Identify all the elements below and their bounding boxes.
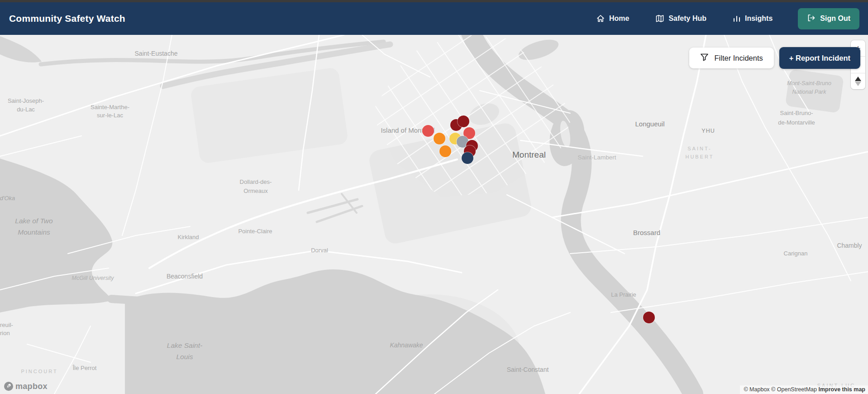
mapbox-logo-text: mapbox — [15, 382, 48, 391]
map-label: Lake Saint- — [167, 341, 202, 350]
map-label: Ormeaux — [243, 187, 267, 194]
sign-out-icon — [807, 14, 816, 24]
map-geography — [0, 35, 868, 394]
filter-incidents-button[interactable]: Filter Incidents — [689, 48, 773, 68]
attribution-improve-link[interactable]: Improve this map — [819, 386, 866, 393]
incident-marker[interactable] — [462, 152, 473, 164]
map-label: Sainte-Marthe- — [91, 104, 129, 111]
map-label: National Park — [792, 89, 826, 95]
map-label: Mountains — [18, 228, 50, 236]
map-label: HUBERT — [685, 154, 714, 159]
map-toolbar: Filter Incidents + Report Incident — [689, 48, 860, 69]
map-attribution: © Mapbox © OpenStreetMap Improve this ma… — [740, 385, 868, 394]
map-label: Saint-Eustache — [135, 50, 178, 57]
main-nav: Home Safety Hub Insights — [596, 8, 859, 29]
map-label: McGill University — [72, 275, 114, 281]
map-label: de-Montarville — [778, 119, 815, 126]
incident-marker[interactable] — [439, 145, 451, 157]
map-label: Kirkland — [178, 234, 199, 240]
map-label: Pointe-Claire — [238, 228, 272, 235]
home-icon — [596, 14, 605, 23]
map-label: Carignan — [784, 250, 808, 257]
nav-label-home: Home — [609, 14, 629, 23]
incident-marker[interactable] — [643, 312, 655, 323]
incident-marker[interactable] — [458, 115, 469, 127]
map-label: Beaconsfield — [167, 273, 203, 280]
nav-item-safety-hub[interactable]: Safety Hub — [655, 14, 706, 23]
filter-incidents-label: Filter Incidents — [714, 54, 763, 62]
nav-label-safety-hub: Safety Hub — [668, 14, 706, 23]
map-label: Saint-Joseph- — [8, 97, 44, 104]
report-incident-button[interactable]: + Report Incident — [779, 47, 860, 69]
funnel-icon — [700, 53, 709, 63]
sign-out-label: Sign Out — [820, 14, 850, 23]
map-label: Lake of Two — [15, 217, 52, 225]
window-top-strip — [0, 0, 868, 2]
map-label: YHU — [701, 128, 715, 134]
nav-label-insights: Insights — [745, 14, 773, 23]
map-label: reuil- — [0, 322, 13, 328]
compass-button[interactable] — [851, 73, 865, 89]
map-label: SAINT- — [687, 146, 711, 151]
mapbox-logo-icon — [4, 381, 14, 391]
map-label: al d'Oka — [0, 195, 15, 202]
attribution-mapbox-link[interactable]: © Mapbox — [744, 386, 769, 393]
map-label: Dorval — [311, 247, 328, 254]
compass-north-icon — [855, 77, 861, 81]
map-label: Chambly — [837, 242, 862, 249]
sign-out-button[interactable]: Sign Out — [798, 8, 859, 29]
map-label: Saint-Bruno- — [780, 110, 813, 116]
app-title: Community Safety Watch — [9, 13, 125, 24]
map-label: Brossard — [633, 229, 660, 236]
attribution-osm-link[interactable]: © OpenStreetMap — [771, 386, 817, 393]
map-label: Dollard-des- — [240, 178, 272, 185]
map-label: sur-le-Lac — [97, 112, 123, 119]
map-label: Montreal — [512, 150, 546, 160]
map-label: du-Lac — [17, 106, 35, 113]
map-label: Saint-Constant — [507, 366, 549, 373]
map-label: La Prairie — [611, 291, 636, 298]
map-label: Kahnawake — [390, 341, 423, 349]
incident-marker[interactable] — [434, 133, 445, 144]
app-header: Community Safety Watch Home Safety Hub — [0, 2, 868, 35]
map-canvas[interactable]: Filter Incidents + Report Incident + − m… — [0, 35, 868, 394]
map-label: rion — [0, 330, 10, 336]
map-label: PINCOURT — [21, 369, 57, 374]
nav-item-home[interactable]: Home — [596, 14, 629, 23]
mapbox-logo[interactable]: mapbox — [4, 381, 48, 391]
bar-chart-icon — [733, 14, 741, 23]
map-label: Longueuil — [635, 120, 664, 128]
map-icon — [655, 14, 664, 23]
map-label: Saint-Lambert — [578, 154, 616, 161]
map-label: Louis — [176, 353, 193, 361]
incident-marker[interactable] — [422, 125, 434, 137]
compass-south-icon — [855, 82, 861, 86]
nav-item-insights[interactable]: Insights — [733, 14, 773, 23]
map-label: Mont-Saint-Bruno — [787, 80, 831, 86]
map-label: Île Perrot — [73, 365, 97, 371]
